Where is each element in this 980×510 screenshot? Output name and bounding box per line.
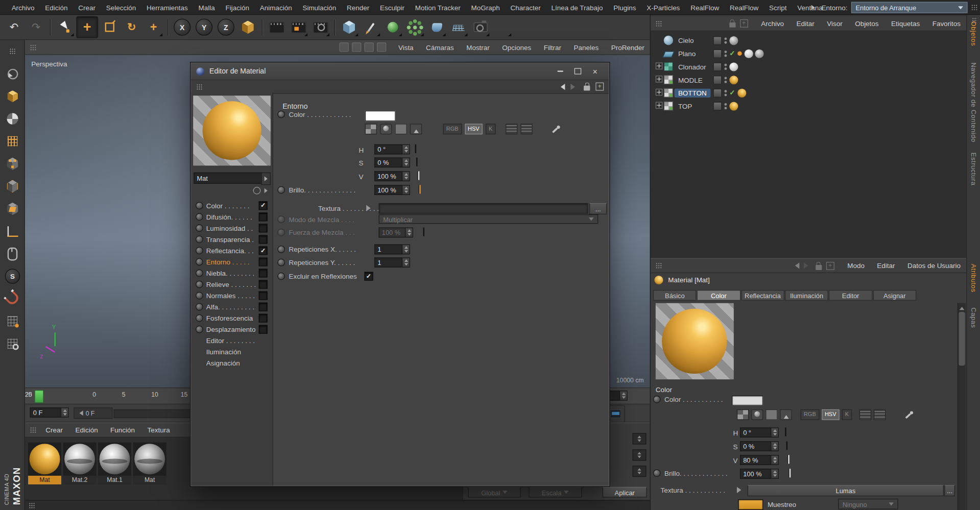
coordinate-system-button[interactable] [237,17,258,37]
material-channel-row[interactable]: Normales . . . . . [191,290,272,301]
polygons-mode-button[interactable] [0,198,25,220]
solid-color-icon[interactable] [395,124,407,134]
saturation-slider[interactable] [416,158,417,166]
channel-checkbox[interactable] [259,280,268,288]
rgb-mode-button[interactable]: RGB [801,409,819,420]
material-channel-row[interactable]: Fosforescencia [191,312,272,324]
object-row[interactable]: Cielo [651,34,966,47]
attribute-tab[interactable]: Color [697,290,740,301]
visibility-dots-icon[interactable] [724,63,727,69]
material-ball[interactable] [100,444,130,474]
channel-checkbox[interactable] [259,325,268,334]
menu-item[interactable]: Selección [101,4,141,11]
object-menu-item[interactable]: Visor [821,20,848,28]
v-spinner[interactable]: 100 % [374,171,410,181]
mixer-icon[interactable] [521,124,533,134]
channel-label[interactable]: Relieve . . . . . . . [206,281,259,288]
subdivision-surface-button[interactable] [383,17,403,37]
enable-axis-button[interactable] [0,220,25,242]
channel-label[interactable]: Desplazamiento [206,326,259,333]
param-dot-icon[interactable] [653,469,661,477]
material-channel-row[interactable]: Asignación [191,357,272,369]
object-menu-item[interactable]: Etiquetas [886,20,925,28]
edges-mode-button[interactable] [0,175,25,198]
material-channel-row[interactable]: Desplazamiento [191,324,272,335]
visibility-dots-icon[interactable] [724,103,727,109]
rgb-mode-button[interactable]: RGB [443,124,462,134]
expander-icon[interactable] [656,102,662,109]
menu-item[interactable]: Herramientas [141,4,194,11]
channel-checkbox[interactable] [259,257,268,266]
param-dot-icon[interactable] [653,396,661,403]
channel-dot-icon[interactable] [196,270,203,277]
visibility-dots-icon[interactable] [724,37,727,43]
param-dot-icon[interactable] [277,111,285,118]
channel-dot-icon[interactable] [196,281,203,288]
material-channel-row[interactable]: Difusión. . . . . . [191,211,272,223]
menu-item[interactable]: MoGraph [466,4,505,11]
channel-checkbox[interactable] [259,292,268,300]
mograph-button[interactable] [404,17,425,37]
channel-checkbox[interactable] [259,303,268,311]
channel-label[interactable]: Fosforescencia [206,314,259,322]
name-field-nub-icon[interactable] [261,173,271,185]
channel-checkbox[interactable] [259,224,268,232]
points-mode-button[interactable] [0,153,25,175]
close-button[interactable]: × [586,66,604,77]
object-menu-item[interactable]: Objetos [849,20,884,28]
panel-side-tab[interactable]: Capas [970,307,977,328]
material-channel-row[interactable]: Editor . . . . . . . . [191,335,272,346]
material-menu-item[interactable]: Función [105,426,140,434]
channel-dot-icon[interactable] [196,247,203,255]
workplane-mode-button[interactable] [0,332,25,355]
state-tag-icon[interactable] [713,76,722,84]
material-channel-row[interactable]: Luminosidad . . [191,223,272,234]
value-slider[interactable] [418,171,419,180]
channel-label[interactable]: Editor . . . . . . . . [206,337,268,345]
channel-dot-icon[interactable] [196,213,203,221]
viewport-menu-item[interactable]: ProRender [606,43,650,51]
deformer-button[interactable] [426,17,447,37]
s-spinner[interactable]: 0 % [740,441,779,451]
drag-grip-icon[interactable] [29,502,35,508]
menu-item[interactable]: Script [764,4,792,11]
texture-browse-button[interactable]: ... [944,485,955,496]
channel-label[interactable]: Reflectancia. . . [206,247,259,255]
scale-tool[interactable] [100,17,120,37]
object-icon[interactable] [664,88,673,98]
material-menu-item[interactable]: Crear [40,426,68,434]
channel-label[interactable]: Difusión. . . . . . [206,213,259,221]
texture-tag-icon[interactable] [729,36,738,44]
repeticiones-x-spinner[interactable]: 1 [374,245,410,255]
state-tag-icon[interactable] [713,36,722,44]
attribute-tab[interactable]: Asignar [873,290,916,301]
menu-item[interactable]: Malla [193,4,220,11]
attribute-menu-item[interactable]: Modo [842,262,870,270]
channel-checkbox[interactable] [259,269,268,277]
k-mode-button[interactable]: K [486,124,496,134]
nav-back-icon[interactable] [558,83,565,89]
model-mode-button[interactable] [0,85,25,107]
render-settings-button[interactable] [310,17,330,37]
environment-dropdown[interactable]: Entorno de Arranque [851,2,968,13]
param-dot-icon[interactable] [277,186,285,194]
aplicar-button[interactable]: Aplicar [603,487,647,498]
viewport-solo-button[interactable] [0,242,25,265]
lock-y-axis-button[interactable]: Y [194,17,214,37]
attribute-scrollbar[interactable] [958,303,966,510]
minimize-button[interactable] [551,66,568,77]
menu-item[interactable]: Esculpir [375,4,410,11]
object-menu-item[interactable]: Favoritos [927,20,966,28]
view-label[interactable]: Perspectiva [31,60,67,68]
material-name-input[interactable] [194,173,262,184]
attribute-menu-item[interactable]: Datos de Usuario [902,262,966,270]
enabled-check-icon[interactable] [729,50,735,58]
attribute-menu-item[interactable]: Editar [871,262,900,270]
material-channel-row[interactable]: Iluminación [191,346,272,357]
object-menu-item[interactable]: Editar [791,20,820,28]
lock-z-axis-button[interactable]: Z [216,17,236,37]
material-channel-row[interactable]: Transparencia . [191,234,272,245]
material-thumbnail[interactable]: Mat.2 [63,443,97,484]
redo-button[interactable]: ↷ [26,17,46,37]
image-icon[interactable] [410,124,422,134]
